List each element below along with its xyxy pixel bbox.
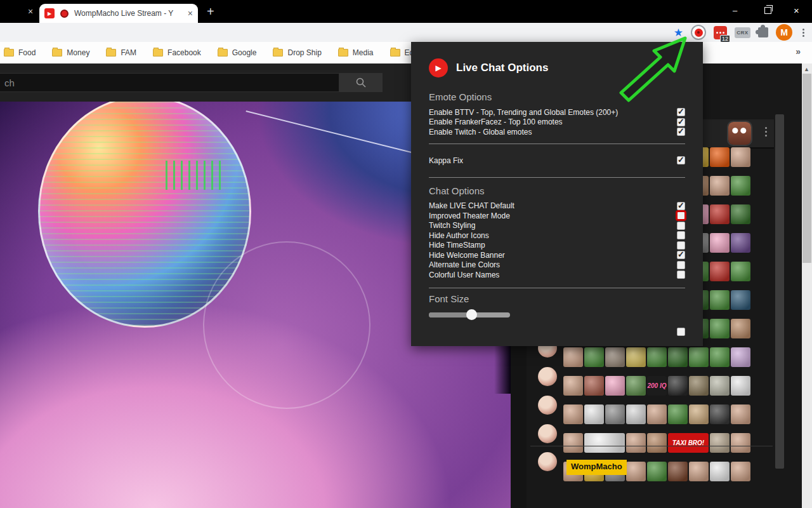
emote-tile[interactable] — [731, 319, 750, 338]
emote-tile[interactable] — [731, 262, 750, 281]
emote-tile[interactable] — [605, 347, 625, 367]
emote-tile[interactable] — [563, 433, 583, 453]
emote-tile[interactable] — [731, 347, 750, 367]
emote-tile[interactable] — [710, 147, 730, 167]
emote-tile[interactable] — [710, 176, 730, 196]
emote-tile[interactable] — [563, 347, 583, 367]
emote-tile[interactable] — [710, 376, 730, 396]
bookmark-folder-item[interactable]: Money — [52, 48, 89, 57]
bookmark-folder-item[interactable]: FAM — [106, 48, 136, 57]
emote-tile[interactable] — [626, 462, 646, 481]
emote-tile[interactable] — [731, 433, 750, 453]
emote-tile[interactable] — [710, 433, 730, 453]
bookmark-folder-item[interactable]: Media — [338, 48, 374, 57]
emote-tile[interactable] — [731, 147, 750, 167]
emote-tile[interactable] — [689, 376, 709, 396]
chat-scrollbar[interactable] — [775, 114, 784, 469]
checkbox[interactable] — [677, 222, 685, 230]
emote-tile[interactable] — [710, 319, 730, 338]
emote-tile[interactable] — [710, 233, 730, 253]
font-size-slider[interactable] — [429, 309, 510, 320]
checkbox[interactable] — [677, 156, 685, 164]
emote-tile[interactable] — [605, 404, 625, 424]
emote-tile[interactable] — [668, 404, 688, 424]
emote-tile[interactable] — [710, 404, 730, 424]
emote-tile[interactable] — [647, 347, 667, 367]
bookmark-folder-item[interactable]: Google — [218, 48, 257, 57]
checkbox[interactable] — [677, 241, 685, 250]
active-tab[interactable]: ▶ WompMacho Live Stream - Y × — [39, 4, 198, 23]
emote-tile[interactable] — [689, 347, 709, 367]
checkbox[interactable] — [677, 261, 685, 269]
checkbox[interactable] — [677, 211, 685, 220]
crx-extension-icon[interactable]: CRX — [735, 27, 750, 38]
emote-tile[interactable] — [647, 462, 667, 481]
emote-tile[interactable] — [647, 404, 667, 424]
profile-avatar[interactable]: M — [776, 24, 792, 41]
emote-tile[interactable] — [626, 347, 646, 367]
emote-tile[interactable] — [731, 404, 750, 424]
emote-tile[interactable] — [668, 376, 688, 396]
extra-checkbox[interactable] — [677, 328, 685, 336]
emote-tile[interactable] — [710, 462, 730, 481]
slider-thumb[interactable] — [466, 309, 477, 320]
extensions-puzzle-icon[interactable] — [758, 27, 768, 37]
emote-tile[interactable] — [584, 347, 604, 367]
emote-tile[interactable] — [668, 462, 688, 481]
browser-menu-icon[interactable] — [800, 29, 807, 37]
emote-tile[interactable] — [584, 404, 604, 424]
emote-tile[interactable] — [584, 433, 625, 453]
checkbox[interactable] — [677, 202, 685, 210]
checkbox[interactable] — [677, 108, 685, 116]
emote-tile[interactable] — [563, 404, 583, 424]
chat-menu-icon[interactable] — [765, 127, 767, 137]
emote-tile[interactable] — [563, 376, 583, 396]
emote-tile[interactable] — [626, 433, 646, 453]
emote-tile[interactable] — [731, 462, 750, 481]
emote-tile[interactable] — [731, 204, 750, 224]
scroll-up-arrow-icon[interactable]: ▲ — [804, 66, 809, 72]
restore-button[interactable] — [764, 7, 771, 14]
option-row: Hide Welcome Banner — [429, 250, 685, 260]
emote-tile[interactable] — [710, 204, 730, 224]
emote-tile[interactable]: 200 IQ — [647, 376, 667, 396]
checkbox[interactable] — [677, 231, 685, 239]
background-tab-close-icon[interactable]: × — [28, 6, 33, 17]
chat-username-chip[interactable]: WompMacho — [566, 460, 627, 475]
emote-tile[interactable] — [605, 376, 625, 396]
bookmark-folder-item[interactable]: Facebook — [153, 48, 201, 57]
checkbox[interactable] — [677, 251, 685, 259]
emote-tile[interactable] — [626, 376, 646, 396]
emote-tile[interactable] — [731, 176, 750, 196]
emote-tile[interactable] — [584, 376, 604, 396]
bookmarks-overflow-chevron[interactable]: » — [796, 46, 801, 57]
emote-tile[interactable] — [710, 262, 730, 281]
scrollbar-thumb[interactable] — [802, 74, 811, 263]
emote-tile[interactable] — [689, 404, 709, 424]
checkbox[interactable] — [677, 118, 685, 126]
bookmark-folder-item[interactable]: Drop Ship — [273, 48, 321, 57]
checkbox[interactable] — [677, 271, 685, 279]
emote-tile[interactable] — [626, 404, 646, 424]
emote-tile[interactable] — [647, 433, 667, 453]
search-input[interactable]: ch — [0, 73, 339, 92]
emote-tile[interactable] — [731, 233, 750, 253]
emote-tile[interactable] — [689, 462, 709, 481]
emote-tile[interactable] — [710, 290, 730, 310]
checkbox[interactable] — [677, 128, 685, 136]
minimize-button[interactable]: – — [733, 5, 737, 17]
emote-tile[interactable] — [710, 347, 730, 367]
tab-close-icon[interactable]: × — [188, 8, 193, 18]
angry-emote-thumbnail[interactable] — [728, 122, 751, 145]
page-scrollbar[interactable]: ▲ — [802, 64, 812, 508]
emote-tile[interactable] — [731, 290, 750, 310]
folder-icon — [106, 49, 116, 57]
emote-tile[interactable] — [668, 347, 688, 367]
close-window-button[interactable]: × — [794, 5, 799, 17]
emote-tile[interactable]: TAXI BRO! — [668, 433, 709, 453]
new-tab-button[interactable]: + — [207, 5, 214, 18]
search-button[interactable] — [339, 73, 383, 92]
bookmark-folder-item[interactable]: Food — [4, 48, 36, 57]
emote-tile[interactable] — [731, 376, 750, 396]
extension-badge-icon[interactable]: 12 — [714, 26, 727, 39]
